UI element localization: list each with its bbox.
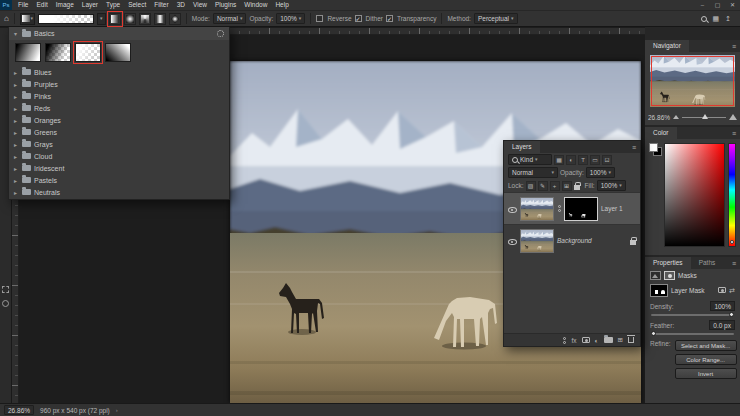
gradient-tool-preset[interactable]: ▾ <box>20 13 35 25</box>
select-and-mask-button[interactable]: Select and Mask... <box>675 340 737 351</box>
tab-navigator[interactable]: Navigator <box>645 40 689 52</box>
panel-menu-icon[interactable]: ≡ <box>732 130 740 137</box>
panel-menu-icon[interactable]: ≡ <box>732 260 740 267</box>
new-group-icon[interactable] <box>604 337 613 343</box>
menu-window[interactable]: Window <box>240 0 271 10</box>
gradient-group-purples[interactable]: ▸Purples <box>9 78 229 90</box>
filter-kind-select[interactable]: Kind▾ <box>508 154 552 165</box>
share-icon[interactable]: ↥ <box>725 15 731 22</box>
feather-slider[interactable] <box>651 333 734 335</box>
select-mask-icon[interactable] <box>718 287 726 293</box>
menu-help[interactable]: Help <box>271 0 292 10</box>
foreground-background-swatches[interactable] <box>649 143 663 157</box>
close-button[interactable]: ✕ <box>725 0 740 10</box>
filter-adjustment-layers-icon[interactable]: ◐ <box>566 155 576 165</box>
search-icon[interactable] <box>701 16 707 22</box>
gradient-group-oranges[interactable]: ▸Oranges <box>9 114 229 126</box>
gear-icon[interactable] <box>217 30 224 37</box>
layer-name[interactable]: Background <box>557 237 592 244</box>
density-slider[interactable] <box>651 314 734 316</box>
menu-3d[interactable]: 3D <box>173 0 189 10</box>
navigator-zoom-value[interactable]: 26.86% <box>648 114 670 121</box>
invert-button[interactable]: Invert <box>675 368 737 379</box>
gradient-group-grays[interactable]: ▸Grays <box>9 138 229 150</box>
lock-transparency-icon[interactable]: ▨ <box>526 181 536 191</box>
home-icon[interactable]: ⌂ <box>4 14 9 24</box>
dither-checkbox[interactable] <box>355 15 362 22</box>
gradient-group-reds[interactable]: ▸Reds <box>9 102 229 114</box>
diamond-gradient-button[interactable] <box>169 13 181 25</box>
workspace-icon[interactable]: ▦ <box>713 15 720 22</box>
zoom-in-icon[interactable] <box>729 114 737 120</box>
visibility-eye-icon[interactable] <box>508 205 517 213</box>
hue-slider-knob[interactable] <box>730 240 734 244</box>
layer1-thumbnail[interactable] <box>520 197 554 221</box>
gradient-group-greens[interactable]: ▸Greens <box>9 126 229 138</box>
menu-layer[interactable]: Layer <box>78 0 102 10</box>
hue-slider[interactable] <box>728 143 736 247</box>
tab-properties[interactable]: Properties <box>645 257 691 269</box>
zoom-out-icon[interactable] <box>673 115 679 119</box>
gradient-group-neutrals[interactable]: ▸Neutrals <box>9 186 229 198</box>
reflected-gradient-button[interactable] <box>154 13 166 25</box>
gradient-picker-dropdown-icon[interactable]: ▾ <box>97 13 106 25</box>
transparency-checkbox[interactable] <box>386 15 393 22</box>
layer-name[interactable]: Layer 1 <box>601 205 623 212</box>
opacity-select[interactable]: 100%▾ <box>276 13 305 24</box>
pixel-layer-icon[interactable] <box>650 271 661 280</box>
menu-view[interactable]: View <box>189 0 211 10</box>
layer-row-background[interactable]: Background <box>504 224 640 256</box>
visibility-eye-icon[interactable] <box>508 237 517 245</box>
swap-mask-icon[interactable]: ⇄ <box>729 287 735 295</box>
reverse-checkbox[interactable] <box>316 15 323 22</box>
menu-file[interactable]: File <box>14 0 32 10</box>
gradient-swatch-black-white-diagonal[interactable] <box>105 43 131 62</box>
gradient-preview[interactable] <box>38 14 94 24</box>
delete-layer-icon[interactable] <box>628 337 634 343</box>
gradient-group-iridescent[interactable]: ▸Iridescent <box>9 162 229 174</box>
feather-value[interactable]: 0.0 px <box>709 320 735 330</box>
zoom-level-field[interactable]: 26.86% <box>4 405 34 415</box>
add-layer-mask-icon[interactable] <box>582 337 590 343</box>
mode-select[interactable]: Normal▾ <box>213 13 246 24</box>
layer-row-layer1[interactable]: Layer 1 <box>504 192 640 224</box>
gradient-group-basics[interactable]: ▾ Basics <box>9 27 229 40</box>
radial-gradient-button[interactable] <box>124 13 136 25</box>
maximize-button[interactable]: ▢ <box>710 0 725 10</box>
background-thumbnail[interactable] <box>520 229 554 253</box>
foreground-color-swatch[interactable] <box>649 143 658 152</box>
filter-pixel-layers-icon[interactable]: ▦ <box>554 155 564 165</box>
lock-artboard-icon[interactable]: ⊞ <box>562 181 572 191</box>
hand-tool-icon[interactable] <box>2 300 9 307</box>
menu-type[interactable]: Type <box>102 0 124 10</box>
menu-image[interactable]: Image <box>52 0 78 10</box>
panel-menu-icon[interactable]: ≡ <box>632 144 640 151</box>
menu-filter[interactable]: Filter <box>150 0 172 10</box>
expander-icon[interactable]: ▾ <box>14 30 19 37</box>
menu-edit[interactable]: Edit <box>32 0 51 10</box>
method-select[interactable]: Perceptual▾ <box>474 13 518 24</box>
menu-plugins[interactable]: Plugins <box>211 0 240 10</box>
tab-color[interactable]: Color <box>645 127 677 139</box>
marquee-tool-icon[interactable] <box>2 286 9 293</box>
gradient-swatch-black-white[interactable] <box>15 43 41 62</box>
blend-mode-select[interactable]: Normal▾ <box>508 167 558 178</box>
minimize-button[interactable]: – <box>695 0 710 10</box>
color-range-button[interactable]: Color Range... <box>675 354 737 365</box>
menu-select[interactable]: Select <box>124 0 150 10</box>
gradient-group-blues[interactable]: ▸Blues <box>9 66 229 78</box>
layer-mask-thumbnail[interactable] <box>650 284 668 297</box>
lock-all-icon[interactable] <box>574 185 580 190</box>
gradient-group-pinks[interactable]: ▸Pinks <box>9 90 229 102</box>
filter-smart-objects-icon[interactable]: ⊡ <box>602 155 612 165</box>
gradient-swatch-fg-to-transparent[interactable] <box>45 43 71 62</box>
navigator-proxy-view[interactable] <box>651 56 734 106</box>
filter-shape-layers-icon[interactable]: ▭ <box>590 155 600 165</box>
panel-menu-icon[interactable]: ≡ <box>732 43 740 50</box>
density-value[interactable]: 100% <box>710 301 735 311</box>
layer1-mask-thumbnail[interactable] <box>564 197 598 221</box>
filter-type-layers-icon[interactable]: T <box>578 155 588 165</box>
angle-gradient-button[interactable] <box>139 13 151 25</box>
lock-pixels-icon[interactable]: ✎ <box>538 181 548 191</box>
layer-opacity-select[interactable]: 100%▾ <box>586 167 615 178</box>
